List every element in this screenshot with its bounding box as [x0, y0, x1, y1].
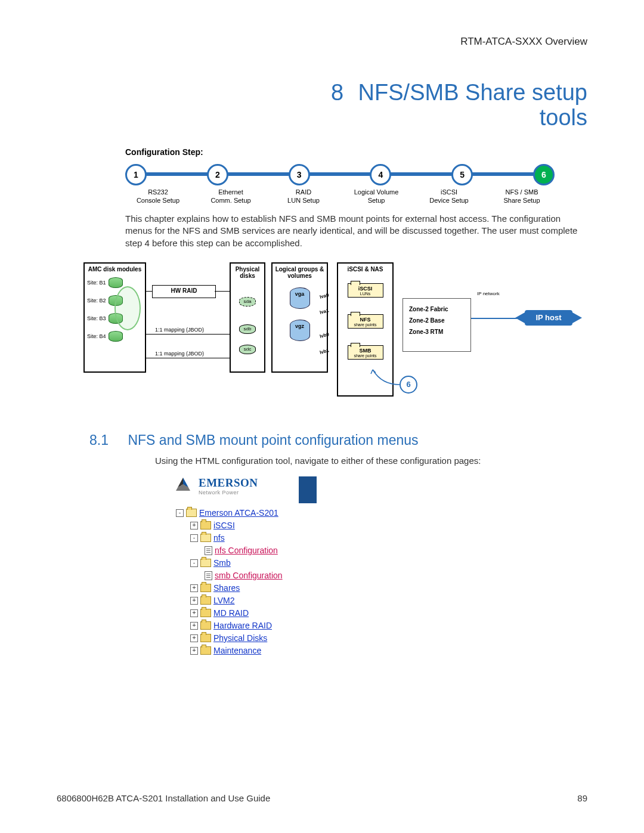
- step-label-2: EthernetComm. Setup: [198, 188, 264, 205]
- tree-nfs-config[interactable]: nfs Configuration: [205, 544, 385, 557]
- footer-left: 6806800H62B ATCA-S201 Installation and U…: [57, 793, 270, 803]
- site-b1: Site: B1: [87, 277, 143, 288]
- smb-link[interactable]: Smb: [213, 557, 231, 569]
- hwraid-link[interactable]: Hardware RAID: [213, 620, 272, 632]
- tree-mdraid[interactable]: + MD RAID: [190, 607, 385, 620]
- disk-icon: [109, 277, 123, 288]
- folder-icon: [200, 621, 211, 630]
- step-2: 2: [207, 164, 228, 185]
- step-label-5: iSCSIDevice Setup: [416, 188, 482, 205]
- collapse-icon[interactable]: -: [190, 559, 198, 567]
- document-icon: [205, 546, 212, 555]
- hwraid-label: HW RAID: [152, 285, 216, 298]
- section-heading: 8.1 NFS and SMB mount point configuratio…: [89, 432, 587, 448]
- expand-icon[interactable]: +: [190, 609, 198, 617]
- folder-icon: [200, 584, 211, 592]
- tree-smb-config[interactable]: smb Configuration: [205, 569, 385, 582]
- folder-icon: [200, 646, 211, 655]
- tree-hwraid[interactable]: + Hardware RAID: [190, 620, 385, 632]
- tree-root[interactable]: - Emerson ATCA-S201: [176, 507, 385, 519]
- step-6-active: 6: [533, 164, 555, 185]
- connector: [215, 291, 230, 292]
- chapter-title: 8 NFS/SMB Share setup tools: [57, 80, 587, 131]
- phys-title: Physical disks: [233, 266, 262, 279]
- page-header: RTM-ATCA-SXXX Overview: [57, 36, 587, 48]
- connector: [146, 358, 230, 358]
- folder-icon: [200, 609, 211, 617]
- expand-icon[interactable]: +: [190, 634, 198, 642]
- expand-icon[interactable]: +: [190, 584, 198, 592]
- folder-icon: [200, 559, 211, 567]
- folder-icon: [200, 634, 211, 642]
- step-4: 4: [370, 164, 391, 185]
- page-number: 89: [577, 793, 587, 803]
- step-label-1: RS232Console Setup: [125, 188, 191, 205]
- root-link[interactable]: Emerson ATCA-S201: [199, 507, 278, 519]
- step-label-3: RAIDLUN Setup: [271, 188, 336, 205]
- nfs-config-link[interactable]: nfs Configuration: [215, 544, 278, 557]
- page-footer: 6806800H62B ATCA-S201 Installation and U…: [57, 793, 587, 803]
- expand-icon[interactable]: +: [190, 522, 198, 529]
- chapter-line2: tools: [540, 105, 587, 130]
- folder-icon: [200, 521, 211, 529]
- folder-icon: [200, 596, 211, 605]
- section-body: Using the HTML configuration tool, navig…: [155, 456, 587, 466]
- zone3-rtm: Zone-3 RTM: [409, 329, 465, 335]
- iscsi-luns-folder: iSCSI LUNs: [348, 283, 383, 298]
- emerson-brand: EMERSON: [199, 476, 258, 490]
- physical-disks-box: Physical disks sda sdb sdc: [230, 262, 265, 373]
- pdisk-sda: sda: [239, 297, 256, 306]
- iscsi-link[interactable]: iSCSI: [213, 519, 235, 532]
- tree-smb[interactable]: - Smb: [190, 557, 385, 569]
- stepper: 1 2 3 4 5 6: [125, 164, 555, 185]
- smb-config-link[interactable]: smb Configuration: [215, 569, 283, 582]
- expand-icon[interactable]: +: [190, 622, 198, 630]
- tree-iscsi[interactable]: + iSCSI: [190, 519, 385, 532]
- nfs-link[interactable]: nfs: [213, 532, 225, 544]
- blue-square-icon: [299, 476, 317, 503]
- pdisk-sdb: sdb: [239, 324, 256, 334]
- emerson-logo-icon: [176, 478, 190, 491]
- folder-icon: [186, 509, 197, 517]
- emerson-logo-row: EMERSON Network Power: [176, 476, 385, 503]
- smb-folder: SMB share points: [348, 345, 383, 360]
- chapter-text: NFS/SMB Share setup tools: [358, 80, 587, 131]
- emerson-brand-sub: Network Power: [199, 490, 258, 496]
- zone2-base: Zone-2 Base: [409, 317, 465, 324]
- step-5: 5: [451, 164, 473, 185]
- tree-maintenance[interactable]: + Maintenance: [190, 645, 385, 657]
- expand-icon[interactable]: +: [190, 597, 198, 605]
- expand-icon[interactable]: +: [190, 647, 198, 655]
- nav-tree-screenshot: EMERSON Network Power - Emerson ATCA-S20…: [176, 476, 385, 657]
- folder-icon: [200, 534, 211, 542]
- logical-groups-box: Logical groups & volumes vga vgz: [271, 262, 328, 373]
- amc-title: AMC disk modules: [87, 266, 143, 272]
- collapse-icon[interactable]: -: [190, 534, 198, 542]
- arrow-icon: [370, 367, 405, 391]
- connector: [146, 291, 152, 292]
- step-label-4: Logical VolumeSetup: [343, 188, 409, 205]
- config-step-label: Configuration Step:: [125, 147, 587, 157]
- tree-shares[interactable]: + Shares: [190, 582, 385, 594]
- collapse-icon[interactable]: -: [176, 509, 184, 517]
- nas-title: iSCSI & NAS: [340, 266, 390, 272]
- step-1: 1: [125, 164, 147, 185]
- chapter-intro-text: This chapter explains how to establish N…: [125, 213, 587, 249]
- document-icon: [205, 571, 212, 580]
- zone-box: Zone-2 Fabric Zone-2 Base Zone-3 RTM: [402, 298, 471, 352]
- step-label-6: NFS / SMBShare Setup: [489, 188, 555, 205]
- mdraid-link[interactable]: MD RAID: [213, 607, 249, 620]
- section-number: 8.1: [89, 432, 125, 448]
- pdisk-sdc: sdc: [239, 345, 256, 354]
- maintenance-link[interactable]: Maintenance: [213, 645, 261, 657]
- pdisks-link[interactable]: Physical Disks: [213, 632, 267, 645]
- lvm2-link[interactable]: LVM2: [213, 594, 235, 607]
- raid-group-oval: [114, 286, 141, 330]
- tree-nfs[interactable]: - nfs: [190, 532, 385, 544]
- shares-link[interactable]: Shares: [213, 582, 240, 594]
- tree-pdisks[interactable]: + Physical Disks: [190, 632, 385, 645]
- section-title: NFS and SMB mount point configuration me…: [128, 432, 418, 448]
- mapping-label-1: 1:1 mapping (JBOD): [155, 327, 204, 333]
- zone2-fabric: Zone-2 Fabric: [409, 306, 465, 312]
- tree-lvm2[interactable]: + LVM2: [190, 594, 385, 607]
